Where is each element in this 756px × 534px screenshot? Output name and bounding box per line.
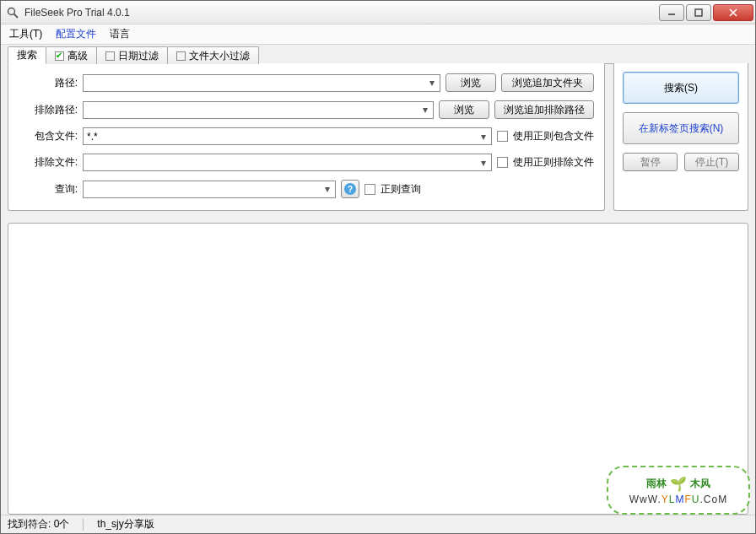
exclude-path-combo[interactable]: ▾ (83, 101, 434, 119)
regex-include-label: 使用正则包含文件 (513, 129, 594, 143)
regex-query-label: 正则查询 (381, 182, 421, 197)
chevron-down-icon: ▾ (477, 130, 489, 143)
browse-exclude-button[interactable]: 浏览 (439, 100, 489, 119)
pause-button[interactable]: 暂停 (623, 153, 678, 171)
results-panel (8, 223, 748, 515)
svg-point-0 (8, 8, 15, 14)
browse-path-button[interactable]: 浏览 (446, 73, 496, 92)
menu-config[interactable]: 配置文件 (56, 27, 96, 41)
chevron-down-icon: ▾ (321, 183, 333, 196)
search-new-tab-button[interactable]: 在新标签页搜索(N) (623, 112, 739, 144)
exclude-files-combo[interactable]: ▾ (83, 154, 492, 171)
tab-search[interactable]: 搜索 (8, 46, 46, 64)
search-button[interactable]: 搜索(S) (623, 72, 739, 104)
tab-date-filter[interactable]: 日期过滤 (96, 46, 168, 64)
window-title: FileSeek Pro Trial 4.0.1 (24, 7, 659, 19)
browse-add-exclude-button[interactable]: 浏览追加排除路径 (494, 100, 594, 119)
svg-rect-3 (695, 9, 702, 16)
titlebar: FileSeek Pro Trial 4.0.1 (1, 1, 755, 24)
label-exclude-path: 排除路径: (19, 103, 78, 117)
tab-advanced[interactable]: 高级 (46, 46, 97, 64)
app-icon (6, 6, 19, 19)
label-path: 路径: (19, 76, 78, 90)
regex-exclude-label: 使用正则排除文件 (513, 155, 594, 170)
regex-query-checkbox[interactable] (364, 184, 375, 195)
chevron-down-icon: ▾ (418, 104, 431, 116)
menu-language[interactable]: 语言 (110, 27, 130, 41)
query-help-button[interactable]: ? (341, 180, 359, 198)
include-files-combo[interactable]: *.*▾ (83, 127, 492, 145)
maximize-button[interactable] (686, 4, 711, 21)
label-query: 查询: (19, 182, 78, 197)
minimize-button[interactable] (659, 4, 684, 21)
side-panel: 搜索(S) 在新标签页搜索(N) 暂停 停止(T) (613, 63, 748, 211)
checkbox-icon (105, 51, 115, 61)
stop-button[interactable]: 停止(T) (684, 153, 739, 171)
status-found: 找到符合: 0个 (8, 517, 69, 531)
chevron-down-icon: ▾ (425, 77, 438, 89)
label-exclude-files: 排除文件: (19, 155, 78, 170)
regex-include-checkbox[interactable] (497, 131, 508, 142)
query-combo[interactable]: ▾ (83, 181, 336, 198)
form-panel: 路径: ▾ 浏览 浏览追加文件夹 排除路径: ▾ 浏览 浏览追加排除路径 包含文… (8, 63, 605, 211)
label-include-files: 包含文件: (19, 129, 78, 143)
status-share: th_sjy分享版 (97, 517, 154, 531)
chevron-down-icon: ▾ (477, 156, 489, 169)
menubar: 工具(T) 配置文件 语言 (1, 24, 755, 45)
check-icon (55, 51, 64, 61)
help-icon: ? (344, 183, 356, 195)
tab-size-filter[interactable]: 文件大小过滤 (167, 46, 259, 64)
close-button[interactable] (713, 4, 753, 21)
regex-exclude-checkbox[interactable] (497, 157, 508, 168)
path-combo[interactable]: ▾ (83, 74, 440, 92)
browse-add-folder-button[interactable]: 浏览追加文件夹 (501, 73, 594, 92)
statusbar: 找到符合: 0个 th_sjy分享版 (1, 515, 755, 533)
menu-tools[interactable]: 工具(T) (9, 27, 42, 41)
checkbox-icon (176, 51, 186, 61)
svg-line-1 (14, 13, 19, 18)
tabs-row: 搜索 高级 日期过滤 文件大小过滤 (8, 46, 748, 64)
